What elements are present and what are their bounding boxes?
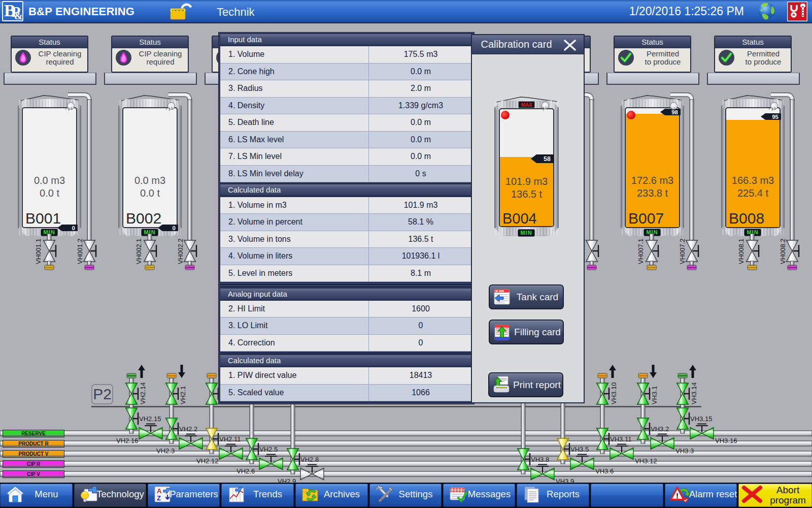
svg-text:VH001.2: VH001.2 bbox=[76, 238, 84, 264]
svg-text:VH3.6: VH3.6 bbox=[595, 467, 614, 475]
svg-text:VH008.1: VH008.1 bbox=[737, 238, 745, 264]
svg-text:VH3.5: VH3.5 bbox=[570, 446, 589, 453]
svg-text:VH008.2: VH008.2 bbox=[779, 238, 787, 264]
svg-text:!: ! bbox=[676, 491, 679, 500]
svg-text:VH2.2: VH2.2 bbox=[179, 425, 197, 433]
svg-text:VH3.14: VH3.14 bbox=[690, 383, 698, 404]
svg-text:VH2.12: VH2.12 bbox=[196, 457, 218, 465]
svg-text:VH2.1: VH2.1 bbox=[179, 386, 187, 404]
svg-text:VH2.15: VH2.15 bbox=[139, 415, 161, 423]
svg-text:VH2.8: VH2.8 bbox=[300, 456, 319, 463]
svg-text:VH3.8: VH3.8 bbox=[531, 456, 549, 463]
svg-text:VH3.3: VH3.3 bbox=[675, 447, 694, 455]
svg-text:VH002.1: VH002.1 bbox=[135, 238, 143, 264]
svg-text:VH2.5: VH2.5 bbox=[259, 446, 278, 453]
svg-text:VH2.16: VH2.16 bbox=[116, 437, 138, 444]
svg-text:VH002.2: VH002.2 bbox=[177, 238, 184, 264]
svg-text:58: 58 bbox=[544, 155, 551, 163]
svg-text:VH3.15: VH3.15 bbox=[690, 415, 712, 423]
svg-text:A: A bbox=[157, 487, 162, 495]
svg-text:VH3.12: VH3.12 bbox=[635, 457, 657, 465]
svg-text:VH2.6: VH2.6 bbox=[236, 467, 255, 475]
svg-text:VH001.1: VH001.1 bbox=[35, 238, 42, 264]
svg-text:VH3.1: VH3.1 bbox=[651, 386, 658, 404]
svg-text:VH3.10: VH3.10 bbox=[610, 383, 618, 404]
svg-text:VH3.11: VH3.11 bbox=[610, 435, 631, 443]
svg-text:VH3.2: VH3.2 bbox=[651, 425, 669, 433]
svg-text:VH007.1: VH007.1 bbox=[637, 238, 645, 264]
svg-text:VH2.3: VH2.3 bbox=[156, 447, 175, 455]
svg-text:VH2.14: VH2.14 bbox=[139, 383, 147, 404]
svg-text:VH3.16: VH3.16 bbox=[715, 437, 737, 444]
svg-text:Z: Z bbox=[157, 494, 161, 502]
svg-text:VH2.11: VH2.11 bbox=[219, 435, 241, 443]
svg-text:VH007.2: VH007.2 bbox=[679, 238, 686, 264]
